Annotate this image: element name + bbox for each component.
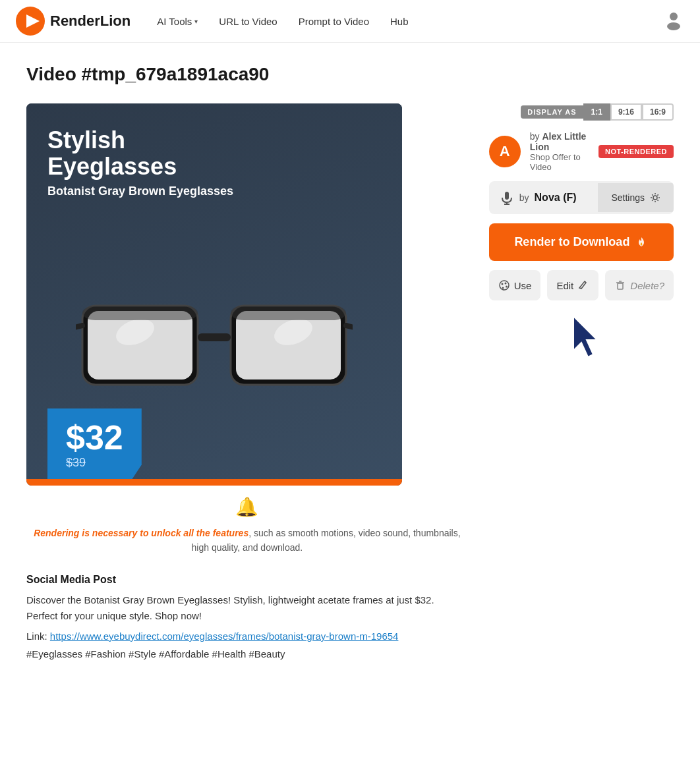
use-button[interactable]: Use	[489, 270, 541, 300]
svg-point-23	[502, 287, 504, 289]
gear-icon	[650, 192, 660, 203]
content-row: Stylish Eyeglasses Botanist Gray Brown E…	[26, 103, 674, 660]
bell-section: 🔔	[26, 486, 468, 523]
author-info: by Alex Little Lion Shop Offer to Video	[530, 131, 589, 172]
video-preview: Stylish Eyeglasses Botanist Gray Brown E…	[26, 103, 402, 486]
glasses-svg	[76, 286, 353, 405]
cursor-decoration	[489, 310, 674, 362]
product-subtitle: Botanist Gray Brown Eyeglasses	[47, 184, 381, 198]
nova-name: Nova (F)	[535, 192, 577, 204]
social-post-title: Social Media Post	[26, 574, 468, 586]
author-by: by Alex Little Lion	[530, 131, 589, 152]
svg-rect-14	[231, 306, 346, 320]
svg-point-20	[501, 283, 503, 285]
svg-point-3	[667, 22, 680, 30]
price-main: $32	[66, 420, 123, 455]
trash-icon	[614, 279, 626, 291]
render-warning: Rendering is necessary to unlock all the…	[26, 526, 468, 555]
page-title: Video #tmp_679a1891aca90	[26, 64, 674, 85]
nav-ai-tools[interactable]: AI Tools ▾	[157, 16, 198, 27]
svg-point-21	[504, 283, 506, 285]
edit-button[interactable]: Edit	[547, 270, 598, 300]
logo-icon	[16, 7, 45, 36]
right-panel: DISPLAY AS 1:1 9:16 16:9 A by Alex Littl…	[489, 103, 674, 362]
nav-links: AI Tools ▾ URL to Video Prompt to Video …	[157, 16, 663, 27]
logo-area[interactable]: RenderLion	[16, 7, 131, 36]
svg-rect-25	[618, 283, 623, 289]
author-row: A by Alex Little Lion Shop Offer to Vide…	[489, 131, 674, 172]
product-title: Stylish Eyeglasses	[47, 127, 381, 179]
bell-icon: 🔔	[235, 497, 258, 517]
user-icon	[663, 9, 684, 30]
delete-button[interactable]: Delete?	[605, 270, 674, 300]
price-box: $32 $39	[47, 408, 142, 479]
nav-url-to-video[interactable]: URL to Video	[219, 16, 277, 27]
navbar: RenderLion AI Tools ▾ URL to Video Promp…	[0, 0, 700, 43]
cursor-arrow	[568, 316, 602, 364]
render-button[interactable]: Render to Download	[489, 223, 674, 261]
action-row: Use Edit Dele	[489, 270, 674, 300]
not-rendered-badge: NOT-RENDERED	[598, 145, 674, 158]
display-as-label: DISPLAY AS	[521, 105, 583, 119]
aspect-16-9-button[interactable]: 16:9	[642, 103, 674, 121]
video-inner: Stylish Eyeglasses Botanist Gray Brown E…	[26, 103, 402, 479]
social-link-row: Link: https://www.eyebuydirect.com/eyegl…	[26, 631, 468, 642]
svg-line-11	[76, 325, 82, 329]
social-post-body: Discover the Botanist Gray Brown Eyeglas…	[26, 592, 468, 624]
avatar: A	[489, 136, 521, 167]
svg-point-19	[500, 281, 509, 290]
svg-rect-15	[505, 192, 509, 200]
palette-icon	[498, 279, 510, 291]
settings-button[interactable]: Settings	[598, 183, 674, 212]
nav-hub[interactable]: Hub	[390, 16, 409, 27]
user-menu-button[interactable]	[663, 9, 684, 33]
logo-text: RenderLion	[50, 13, 131, 30]
social-link[interactable]: https://www.eyebuydirect.com/eyeglasses/…	[50, 631, 399, 642]
svg-point-2	[670, 13, 678, 20]
aspect-1-1-button[interactable]: 1:1	[583, 103, 610, 121]
social-post-section: Social Media Post Discover the Botanist …	[26, 574, 468, 660]
svg-line-24	[585, 281, 586, 283]
display-as-row: DISPLAY AS 1:1 9:16 16:9	[489, 103, 674, 121]
video-column: Stylish Eyeglasses Botanist Gray Brown E…	[26, 103, 468, 660]
svg-line-12	[346, 325, 353, 329]
svg-point-22	[506, 286, 508, 288]
microphone-icon	[500, 190, 514, 205]
hashtags: #Eyeglasses #Fashion #Style #Affordable …	[26, 648, 468, 660]
svg-point-18	[653, 196, 657, 200]
chevron-down-icon: ▾	[194, 18, 198, 25]
svg-rect-13	[82, 306, 198, 320]
nav-prompt-to-video[interactable]: Prompt to Video	[299, 16, 369, 27]
svg-marker-28	[573, 316, 597, 357]
svg-rect-10	[198, 333, 231, 341]
main-content: Video #tmp_679a1891aca90 Stylish Eyeglas…	[0, 43, 700, 681]
cursor-icon	[568, 316, 602, 361]
nova-left: by Nova (F)	[489, 181, 598, 214]
nova-row: by Nova (F) Settings	[489, 181, 674, 214]
orange-bar	[26, 479, 402, 486]
aspect-9-16-button[interactable]: 9:16	[610, 103, 642, 121]
author-description: Shop Offer to Video	[530, 152, 589, 172]
price-old: $39	[66, 456, 123, 470]
flame-icon	[635, 236, 648, 249]
edit-icon	[577, 279, 589, 291]
